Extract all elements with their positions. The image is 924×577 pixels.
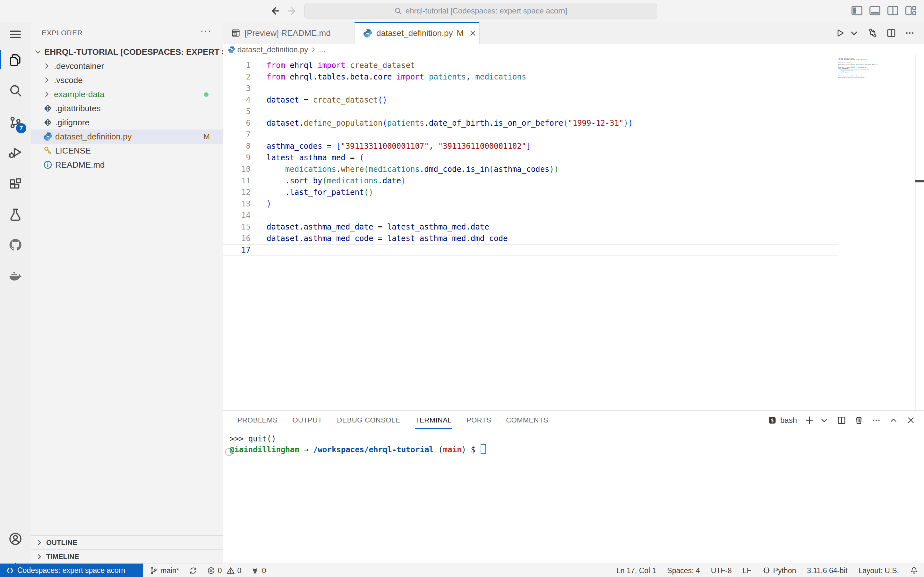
extensions-icon[interactable] <box>8 177 23 192</box>
encoding-status[interactable]: UTF-8 <box>711 566 732 575</box>
terminal-output[interactable]: >>> quit()@iaindillingham → /workspaces/… <box>230 434 486 454</box>
indentation-status[interactable]: Spaces: 4 <box>667 566 700 575</box>
overview-ruler-cursor-mark <box>915 180 924 182</box>
chevron-right-icon <box>42 90 51 99</box>
title-bar: ehrql-tutorial [Codespaces: expert space… <box>0 0 924 22</box>
tree-item-gitattributes[interactable]: .gitattributes <box>31 101 223 115</box>
eol-status[interactable]: LF <box>743 566 751 575</box>
tab-modified-badge: M <box>457 28 464 38</box>
remote-icon <box>6 566 14 575</box>
search-placeholder: ehrql-tutorial [Codespaces: expert space… <box>405 6 567 15</box>
menu-icon[interactable] <box>8 27 23 42</box>
braces-icon <box>762 566 771 575</box>
panel-more-actions-icon[interactable] <box>871 416 881 425</box>
sync-icon <box>189 566 197 575</box>
account-icon[interactable] <box>8 531 23 546</box>
timeline-section[interactable]: TIMELINE <box>31 550 223 564</box>
key-icon <box>43 146 53 155</box>
tree-item-license[interactable]: LICENSE <box>31 143 223 158</box>
chevron-right-icon <box>35 538 44 547</box>
forward-arrow-icon[interactable] <box>287 5 298 17</box>
tree-item-dataset-definition[interactable]: dataset_definition.py M <box>31 129 223 143</box>
tree-root-folder[interactable]: EHRQL-TUTORIAL [CODESPACES: EXPERT SPA..… <box>31 45 223 59</box>
file-tree: EHRQL-TUTORIAL [CODESPACES: EXPERT SPA..… <box>31 45 223 172</box>
toggle-panel-icon[interactable] <box>869 5 881 17</box>
kill-terminal-icon[interactable] <box>854 416 864 425</box>
code-editor[interactable]: 1from ehrql import create_dataset2from e… <box>223 55 838 256</box>
vscode-window: ehrql-tutorial [Codespaces: expert space… <box>0 0 924 577</box>
problems-status[interactable]: 0 0 <box>207 566 242 575</box>
shell-selector[interactable]: $ bash <box>767 416 797 425</box>
toggle-sidebar-icon[interactable] <box>851 5 863 17</box>
tab-strip: [Preview] README.md dataset_definition.p… <box>223 22 924 45</box>
chevron-right-icon <box>42 61 51 71</box>
cursor-position-status[interactable]: Ln 17, Col 1 <box>616 566 656 575</box>
git-file-icon <box>43 103 53 113</box>
maximize-panel-icon[interactable] <box>889 416 898 425</box>
run-debug-icon[interactable] <box>8 145 23 160</box>
tab-debug-console[interactable]: DEBUG CONSOLE <box>337 411 400 430</box>
tree-item-example-data[interactable]: example-data <box>31 87 223 101</box>
language-mode-status[interactable]: Python <box>762 566 796 575</box>
chevron-right-icon <box>310 46 317 53</box>
bottom-panel: PROBLEMS OUTPUT DEBUG CONSOLE TERMINAL P… <box>223 410 924 564</box>
python-file-icon <box>363 29 373 38</box>
back-arrow-icon[interactable] <box>269 5 280 17</box>
outline-section[interactable]: OUTLINE <box>31 535 223 550</box>
tab-problems[interactable]: PROBLEMS <box>237 411 278 430</box>
tab-output[interactable]: OUTPUT <box>292 411 322 430</box>
explorer-more-actions-icon[interactable]: ··· <box>200 25 212 36</box>
search-view-icon[interactable] <box>8 83 23 98</box>
split-editor-icon[interactable] <box>886 28 897 38</box>
terminal-dropdown-chevron-icon[interactable] <box>819 416 829 425</box>
new-terminal-icon[interactable] <box>804 416 814 425</box>
minimap[interactable]: from ehrql import create_datasetfrom ehr… <box>838 58 915 192</box>
docker-icon[interactable] <box>8 268 23 284</box>
tab-dataset-definition[interactable]: dataset_definition.py M <box>355 22 480 45</box>
tree-item-devcontainer[interactable]: .devcontainer <box>31 59 223 73</box>
python-version-status[interactable]: 3.11.6 64-bit <box>807 566 847 575</box>
breadcrumb-symbol[interactable]: ... <box>319 45 325 54</box>
radio-tower-icon <box>251 566 259 575</box>
github-icon[interactable] <box>8 237 23 253</box>
tree-item-vscode[interactable]: .vscode <box>31 73 223 87</box>
svg-text:$: $ <box>771 418 774 424</box>
git-file-icon <box>43 118 53 127</box>
info-icon <box>43 160 53 169</box>
remote-indicator[interactable]: Codespaces: expert space acorn <box>0 564 143 577</box>
toggle-secondary-sidebar-icon[interactable] <box>887 5 899 17</box>
sync-changes-button[interactable] <box>189 566 197 575</box>
markdown-preview-icon <box>231 28 241 38</box>
editor-group: [Preview] README.md dataset_definition.p… <box>223 22 924 410</box>
command-center-search[interactable]: ehrql-tutorial [Codespaces: expert space… <box>304 3 657 19</box>
forwarded-ports-status[interactable]: 0 <box>251 566 266 575</box>
editor-more-actions-icon[interactable] <box>905 28 915 38</box>
modified-badge: M <box>204 132 210 141</box>
tab-close-icon[interactable] <box>469 29 477 37</box>
active-view-indicator <box>0 50 1 69</box>
tree-item-readme[interactable]: README.md <box>31 158 223 172</box>
tab-comments[interactable]: COMMENTS <box>506 411 548 430</box>
branch-status[interactable]: main* <box>150 566 179 575</box>
run-dropdown-chevron-icon[interactable] <box>849 28 859 38</box>
split-terminal-icon[interactable] <box>837 416 846 425</box>
tab-terminal[interactable]: TERMINAL <box>415 411 451 430</box>
testing-icon[interactable] <box>8 207 23 222</box>
open-changes-icon[interactable] <box>867 28 878 38</box>
close-panel-icon[interactable] <box>906 416 916 425</box>
customize-layout-icon[interactable] <box>905 5 917 17</box>
tree-item-gitignore[interactable]: .gitignore <box>31 115 223 129</box>
tab-readme-preview[interactable]: [Preview] README.md <box>223 22 355 44</box>
keyboard-layout-status[interactable]: Layout: U.S. <box>858 566 899 575</box>
tab-ports[interactable]: PORTS <box>467 411 491 430</box>
warnings-icon <box>226 566 235 575</box>
activity-bar: 7 <box>0 22 31 564</box>
run-python-file-icon[interactable] <box>835 28 845 38</box>
explorer-icon[interactable] <box>8 52 23 67</box>
source-control-badge: 7 <box>16 123 26 133</box>
errors-icon <box>207 566 215 575</box>
notifications-bell-icon[interactable] <box>910 566 918 575</box>
breadcrumb-file[interactable]: dataset_definition.py <box>237 45 308 54</box>
untracked-dot-badge <box>204 92 208 97</box>
chevron-right-icon <box>35 553 44 561</box>
